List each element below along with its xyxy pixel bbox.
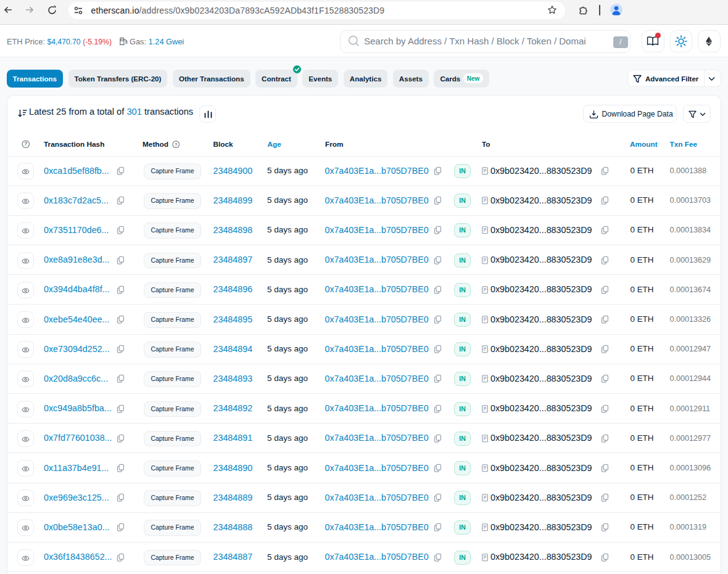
svg-text:?: ? bbox=[24, 141, 27, 147]
svg-text:?: ? bbox=[174, 141, 177, 147]
